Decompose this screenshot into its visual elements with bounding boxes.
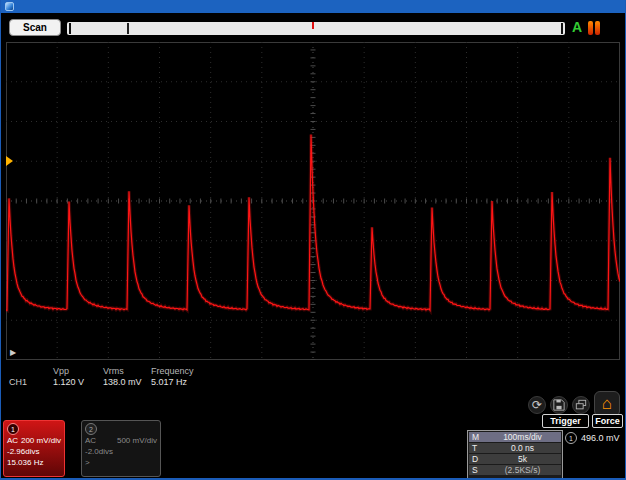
measurement-value: 5.017 Hz: [151, 377, 194, 387]
ch2-scale: 500 mV/div: [117, 435, 157, 446]
timebase-row-t[interactable]: T 0.0 ns: [469, 443, 561, 453]
scope-graticule-svg: [6, 42, 620, 360]
force-trigger-button[interactable]: Force: [592, 414, 623, 428]
ch2-offset: -2.0divs: [85, 446, 157, 457]
pause-icon[interactable]: [588, 21, 600, 35]
trigger-position-marker[interactable]: [312, 22, 314, 29]
row-value: 100ms/div: [484, 432, 561, 442]
bottom-control-area: 1 AC 200 mV/div -2.96divs 15.036 Hz 2 AC…: [1, 394, 625, 480]
row-key: M: [469, 432, 484, 442]
row-key: S: [469, 465, 484, 475]
measurement-label: Vpp: [53, 366, 84, 376]
view-position-marker[interactable]: [127, 23, 129, 34]
home-icon: ⌂: [602, 394, 612, 414]
timebase-row-s[interactable]: S (2.5KS/s): [469, 465, 561, 475]
measurement-label: Vrms: [103, 366, 142, 376]
expand-arrow-icon[interactable]: ▶: [10, 349, 16, 357]
measurement-value: 138.0 mV: [103, 377, 142, 387]
bar-left-end-tick: [69, 23, 71, 34]
measurement-value: 1.120 V: [53, 377, 84, 387]
ch1-scale: 200 mV/div: [21, 435, 61, 446]
window-layout-icon[interactable]: [572, 396, 590, 414]
scan-mode-button[interactable]: Scan: [9, 19, 61, 36]
app-icon: [5, 2, 14, 11]
refresh-icon[interactable]: ⟳: [528, 396, 546, 414]
row-value: (2.5KS/s): [484, 465, 561, 475]
waveform-display: ▶: [6, 42, 620, 360]
row-key: D: [469, 454, 484, 464]
oscilloscope-app-window: Scan A ▶ CH1 Vpp 1.120 V Vrms 138.0 mV: [0, 0, 626, 480]
timebase-panel: M 100ms/div T 0.0 ns D 5k S (2.5KS/s): [467, 430, 563, 479]
measurement-channel-label: CH1: [9, 377, 27, 387]
refresh-glyph: ⟳: [532, 398, 542, 412]
horizontal-position-bar[interactable]: [67, 22, 565, 35]
measurement-bar: CH1 Vpp 1.120 V Vrms 138.0 mV Frequency …: [1, 360, 625, 394]
channel-2-panel[interactable]: 2 AC 500 mV/div -2.0divs >: [81, 420, 161, 477]
row-value: 0.0 ns: [484, 443, 561, 453]
floppy-glyph: [553, 399, 565, 411]
titlebar: [1, 0, 625, 13]
channel-1-badge: 1: [7, 423, 19, 435]
channel-1-panel[interactable]: 1 AC 200 mV/div -2.96divs 15.036 Hz: [3, 420, 65, 477]
waveform-glow: [6, 135, 620, 311]
auto-trigger-indicator: A: [572, 19, 582, 35]
trigger-level-readout: 1 496.0 mV: [565, 432, 620, 444]
trigger-level-value: 496.0 mV: [581, 433, 620, 443]
measurement-label: Frequency: [151, 366, 194, 376]
ch2-coupling: AC: [85, 435, 96, 446]
trigger-source-badge: 1: [565, 432, 577, 444]
trigger-menu-button[interactable]: Trigger: [542, 414, 589, 428]
ch1-offset: -2.96divs: [7, 446, 61, 457]
timebase-row-m[interactable]: M 100ms/div: [469, 432, 561, 442]
ch2-extra: >: [85, 457, 157, 468]
bar-right-end-tick: [561, 23, 563, 34]
row-value: 5k: [484, 454, 561, 464]
measurement-vrms: Vrms 138.0 mV: [103, 366, 142, 387]
save-icon[interactable]: [550, 396, 568, 414]
ch1-coupling: AC: [7, 435, 18, 446]
toolbar: Scan A: [1, 13, 625, 42]
ch1-frequency: 15.036 Hz: [7, 457, 61, 468]
channel-2-badge: 2: [85, 423, 97, 435]
trigger-level-marker-icon[interactable]: [6, 156, 13, 166]
measurement-frequency: Frequency 5.017 Hz: [151, 366, 194, 387]
measurement-vpp: Vpp 1.120 V: [53, 366, 84, 387]
row-key: T: [469, 443, 484, 453]
layout-glyph: [575, 399, 587, 411]
timebase-row-d[interactable]: D 5k: [469, 454, 561, 464]
